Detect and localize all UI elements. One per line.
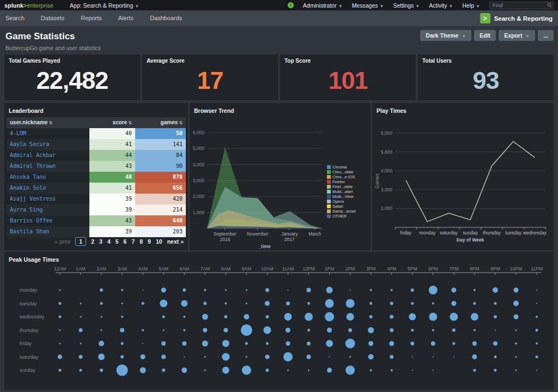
usage-bubble[interactable] <box>120 328 124 333</box>
usage-bubble[interactable] <box>536 290 537 291</box>
usage-bubble[interactable] <box>308 370 310 371</box>
usage-bubble[interactable] <box>515 356 517 358</box>
usage-bubble[interactable] <box>432 303 434 305</box>
games-cell[interactable]: 203 <box>135 226 186 237</box>
page-button-7[interactable]: 7 <box>131 238 135 245</box>
page-button-1[interactable]: 1 <box>75 237 86 246</box>
usage-bubble[interactable] <box>59 329 61 331</box>
usage-bubble[interactable] <box>204 356 206 358</box>
column-header-user-nickname[interactable]: user.nickname⇅ <box>7 117 89 128</box>
games-cell[interactable]: 90 <box>135 161 186 172</box>
games-cell[interactable]: 84 <box>135 150 186 161</box>
usage-bubble[interactable] <box>433 357 434 358</box>
usage-bubble[interactable] <box>390 328 393 332</box>
menu-help[interactable]: Help▼ <box>462 2 480 9</box>
column-header-games[interactable]: games⇅ <box>135 117 186 128</box>
table-row[interactable]: Bastila Shan39203 <box>7 226 186 237</box>
usage-bubble[interactable] <box>325 312 334 322</box>
usage-bubble[interactable] <box>283 352 293 361</box>
usage-bubble[interactable] <box>80 316 82 318</box>
usage-bubble[interactable] <box>471 313 478 321</box>
usage-bubble[interactable] <box>122 303 123 304</box>
usage-bubble[interactable] <box>100 288 103 292</box>
usage-bubble[interactable] <box>246 290 247 291</box>
usage-bubble[interactable] <box>472 341 477 346</box>
menu-messages[interactable]: Messages▼ <box>352 2 384 9</box>
usage-bubble[interactable] <box>307 288 311 292</box>
usage-bubble[interactable] <box>390 315 393 319</box>
nickname-cell[interactable]: Admiral Ackbar <box>7 150 89 161</box>
usage-bubble[interactable] <box>265 369 269 372</box>
table-row[interactable]: Asajj Ventress39420 <box>7 194 186 204</box>
usage-bubble[interactable] <box>183 329 185 331</box>
usage-bubble[interactable] <box>265 288 269 292</box>
score-cell[interactable]: 43 <box>89 161 135 172</box>
usage-bubble[interactable] <box>327 328 332 333</box>
usage-bubble[interactable] <box>390 302 393 305</box>
usage-bubble[interactable] <box>494 355 496 358</box>
table-row[interactable]: 4-LOM4050 <box>7 128 186 139</box>
usage-bubble[interactable] <box>305 313 313 321</box>
usage-bubble[interactable] <box>431 341 435 346</box>
usage-bubble[interactable] <box>536 329 538 331</box>
score-cell[interactable]: 44 <box>89 150 135 161</box>
games-cell[interactable]: 656 <box>135 183 186 194</box>
nickname-cell[interactable]: Barriss Offee <box>7 215 89 226</box>
page-button-6[interactable]: 6 <box>124 238 127 245</box>
table-row[interactable]: Ahsoka Tano48878 <box>7 172 186 183</box>
usage-bubble[interactable] <box>245 342 248 345</box>
peak-usage-chart[interactable]: 12AM1AM2AM3AM4AM5AM6AM7AM8AM9AM10AM11AM1… <box>4 265 553 386</box>
menu-activity[interactable]: Activity▼ <box>429 2 453 9</box>
usage-bubble[interactable] <box>59 316 62 318</box>
usage-bubble[interactable] <box>307 342 311 346</box>
theme-button[interactable]: Dark Theme ▼ <box>420 30 471 41</box>
page-button-8[interactable]: 8 <box>140 238 143 245</box>
usage-bubble[interactable] <box>100 369 103 372</box>
usage-bubble[interactable] <box>163 329 165 331</box>
find-input[interactable] <box>489 2 554 9</box>
usage-bubble[interactable] <box>474 329 476 331</box>
usage-bubble[interactable] <box>473 369 476 372</box>
usage-bubble[interactable] <box>493 341 498 346</box>
usage-bubble[interactable] <box>348 328 352 332</box>
usage-bubble[interactable] <box>142 290 143 291</box>
usage-bubble[interactable] <box>513 288 518 293</box>
table-row[interactable]: Aurra Sing39214 <box>7 204 186 215</box>
usage-bubble[interactable] <box>79 355 83 359</box>
usage-bubble[interactable] <box>536 355 538 358</box>
usage-bubble[interactable] <box>450 313 458 321</box>
usage-bubble[interactable] <box>160 300 167 307</box>
usage-bubble[interactable] <box>183 288 186 292</box>
more-button[interactable]: ... <box>538 30 554 41</box>
browser-trend-chart[interactable]: 1,0002,0003,0004,0005,0006,000September2… <box>190 116 369 250</box>
usage-bubble[interactable] <box>222 340 229 347</box>
usage-bubble[interactable] <box>222 367 229 374</box>
app-menu[interactable]: App: Search & Reporting▼ <box>70 2 139 9</box>
usage-bubble[interactable] <box>412 357 413 358</box>
prev-page-button[interactable]: « prev <box>54 238 70 245</box>
usage-bubble[interactable] <box>59 290 61 291</box>
usage-bubble[interactable] <box>345 366 355 375</box>
usage-bubble[interactable] <box>79 328 83 332</box>
next-page-button[interactable]: next » <box>167 238 184 245</box>
usage-bubble[interactable] <box>411 329 414 331</box>
usage-bubble[interactable] <box>58 355 62 359</box>
usage-bubble[interactable] <box>161 341 166 346</box>
tab-datasets[interactable]: Datasets <box>33 10 72 26</box>
usage-bubble[interactable] <box>513 315 518 319</box>
usage-bubble[interactable] <box>284 313 292 321</box>
usage-bubble[interactable] <box>307 329 310 331</box>
nickname-cell[interactable]: Anakin Solo <box>7 183 89 194</box>
usage-bubble[interactable] <box>265 301 270 306</box>
usage-bubble[interactable] <box>246 303 247 304</box>
usage-bubble[interactable] <box>452 342 455 345</box>
page-button-4[interactable]: 4 <box>107 238 111 245</box>
splunk-logo[interactable]: splunk>enterprise <box>4 2 53 9</box>
table-row[interactable]: Admiral Ackbar4484 <box>7 150 186 161</box>
export-button[interactable]: Export ▼ <box>499 30 535 41</box>
usage-bubble[interactable] <box>142 302 144 305</box>
usage-bubble[interactable] <box>101 329 102 331</box>
usage-bubble[interactable] <box>59 369 62 372</box>
usage-bubble[interactable] <box>140 367 146 373</box>
games-cell[interactable]: 141 <box>135 139 186 150</box>
